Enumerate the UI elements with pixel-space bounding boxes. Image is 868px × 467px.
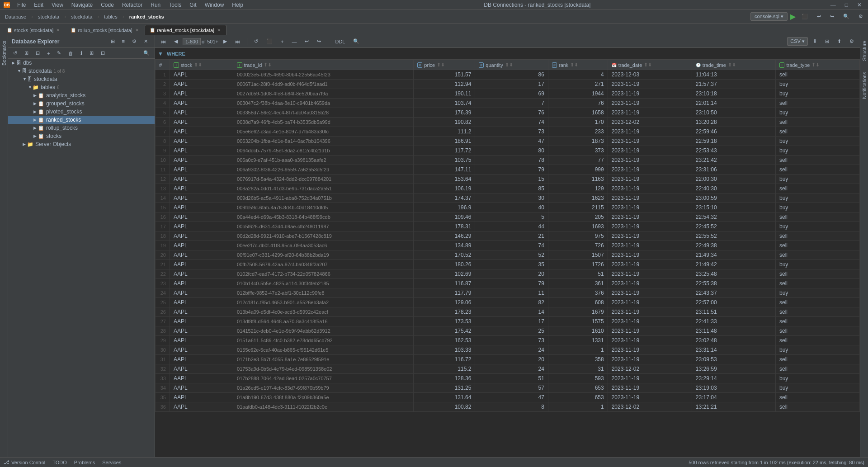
table-row[interactable]: 6 AAPL 0038d7a9-46fb-4cb5-ba74-b3535db5a…	[156, 118, 860, 127]
toolbar-tables[interactable]: tables	[101, 13, 120, 21]
col-header-quantity[interactable]: # quantity ⬆⬇	[475, 60, 548, 70]
delete-row-btn[interactable]: —	[288, 38, 300, 46]
table-row[interactable]: 16 AAPL 00a44ed4-d69a-45b3-8318-64b488f9…	[156, 212, 860, 222]
menu-edit[interactable]: Edit	[30, 1, 47, 9]
menu-file[interactable]: File	[14, 1, 29, 9]
search-data-btn[interactable]: 🔍	[350, 37, 363, 46]
revert-button[interactable]: ↩	[814, 12, 824, 21]
maximize-button[interactable]: □	[842, 2, 851, 8]
sidebar-filter[interactable]: ⊡	[98, 49, 108, 57]
table-row[interactable]: 25 AAPL 012c181c-f85d-4653-b901-a5526eb3…	[156, 298, 860, 307]
download-btn[interactable]: ⬇	[810, 37, 820, 46]
revert-data-btn[interactable]: ↩	[302, 37, 312, 46]
table-row[interactable]: 30 AAPL 0155c62e-5caf-40ae-b865-cf95142d…	[156, 345, 860, 355]
table-row[interactable]: 2 AAPL 000671ac-28f0-4dd9-ad0b-f464d5f1a…	[156, 80, 860, 89]
toolbar-stockdata1[interactable]: stockdata	[35, 13, 62, 21]
bookmarks-panel-label[interactable]: Bookmarks	[0, 37, 8, 69]
menu-help[interactable]: Help	[228, 1, 247, 9]
table-row[interactable]: 28 AAPL 0141521c-deb0-4e1e-9b9f-94abb62d…	[156, 326, 860, 336]
table-row[interactable]: 11 AAPL 006a9302-8f36-4226-9559-7a62a53d…	[156, 165, 860, 175]
submit-data-btn[interactable]: ↪	[314, 37, 324, 46]
col-header-trade_time[interactable]: 🕐 trade_time ⬆⬇	[692, 60, 775, 70]
col-header-trade_date[interactable]: 📅 trade_date ⬆⬇	[608, 60, 692, 70]
table-row[interactable]: 1 AAPL 000023e5-b925-4690-80b4-22556ac45…	[156, 70, 860, 80]
table-container[interactable]: # T stock ⬆⬇ T trade_id	[155, 60, 860, 457]
tab-rollup_stocks[interactable]: 📋 rollup_stocks [stockdata] ✕	[66, 25, 144, 35]
table-row[interactable]: 26 AAPL 013b4a09-d5df-4c0e-acd3-d5992c42…	[156, 307, 860, 317]
menu-refactor[interactable]: Refactor	[118, 1, 146, 9]
table-row[interactable]: 34 AAPL 01a26ed5-e197-4efc-83d7-69f870b5…	[156, 383, 860, 393]
table-row[interactable]: 3 AAPL 0027db59-1d08-4fe8-b84f-8e520baa7…	[156, 89, 860, 99]
table-row[interactable]: 33 AAPL 017b2888-7064-42ad-8ead-0257a0c7…	[156, 374, 860, 383]
table-row[interactable]: 14 AAPL 009d26b5-ac5a-4911-aba8-752d34a0…	[156, 193, 860, 203]
col-header-rank[interactable]: # rank ⬆⬇	[548, 60, 608, 70]
sidebar-expand[interactable]: ⊞	[21, 49, 32, 57]
reload-btn[interactable]: ↺	[251, 37, 261, 46]
add-row-btn[interactable]: +	[278, 38, 287, 46]
nav-last[interactable]: ⏭	[232, 38, 243, 46]
tree-ranked_stocks[interactable]: ▶ 📋 ranked_stocks	[8, 116, 155, 124]
nav-prev[interactable]: ◀	[171, 37, 181, 46]
table-row[interactable]: 18 AAPL 00d2d28d-9921-4910-abe7-b1567428…	[156, 231, 860, 241]
tab-stocks-close[interactable]: ✕	[55, 28, 61, 33]
tree-stockdata1[interactable]: ▼ 🗄 stockdata 1 of 8	[8, 67, 155, 75]
tab-stocks[interactable]: 📋 stocks [stockdata] ✕	[2, 25, 66, 35]
table-row[interactable]: 19 AAPL 00ee2f7c-db0f-41f8-95ca-094aa305…	[156, 241, 860, 250]
table-row[interactable]: 8 AAPL 0063204b-1fba-4d1e-8a14-0ac7bb104…	[156, 137, 860, 146]
menu-window[interactable]: Window	[201, 1, 228, 9]
table-row[interactable]: 29 AAPL 0151a611-5c89-4fc0-b382-e78ddd65…	[156, 336, 860, 345]
tree-pivoted_stocks[interactable]: ▶ 📋 pivoted_stocks	[8, 108, 155, 116]
commit-button[interactable]: ↪	[827, 12, 837, 21]
data-settings-btn[interactable]: ⚙	[846, 37, 857, 46]
menu-navigate[interactable]: Navigate	[68, 1, 96, 9]
sidebar-btn1[interactable]: ⊞	[108, 37, 118, 46]
table-row[interactable]: 24 AAPL 012bfffe-9852-47e2-abf1-30c112c9…	[156, 288, 860, 298]
sidebar-search[interactable]: 🔍	[140, 49, 153, 57]
nav-next[interactable]: ▶	[220, 37, 230, 46]
toolbar-database[interactable]: Database	[2, 13, 29, 21]
sidebar-btn3[interactable]: ⚙	[129, 37, 140, 46]
table-row[interactable]: 13 AAPL 008a282a-0dd1-41d3-be9b-731daca2…	[156, 184, 860, 193]
stop-button[interactable]: ⬛	[798, 12, 811, 21]
col-header-trade_type[interactable]: T trade_type ⬆⬇	[775, 60, 859, 70]
table-row[interactable]: 20 AAPL 00f91e07-c331-4299-af20-64b38b2b…	[156, 250, 860, 260]
sidebar-columns[interactable]: ⊞	[86, 49, 97, 57]
structure-panel-label[interactable]: Structure	[861, 37, 868, 65]
sidebar-properties[interactable]: ℹ	[77, 49, 85, 57]
table-row[interactable]: 7 AAPL 005e6e62-c3ad-4e1e-8097-d7fb483a3…	[156, 127, 860, 137]
tree-analytics_stocks[interactable]: ▶ 📋 analytics_stocks	[8, 91, 155, 99]
toolbar-stockdata2[interactable]: stockdata	[68, 13, 95, 21]
sidebar-close[interactable]: ✕	[141, 37, 151, 46]
tab-ranked_stocks[interactable]: 📋 ranked_stocks [stockdata] ✕	[145, 25, 226, 35]
stop-data-btn[interactable]: ⬛	[263, 37, 276, 46]
table-row[interactable]: 22 AAPL 0102fcd7-ead7-4172-b734-22d05782…	[156, 269, 860, 279]
table-row[interactable]: 5 AAPL 003358d7-56e2-4ec4-8f7f-dc04a0315…	[156, 108, 860, 118]
col-header-trade_id[interactable]: T trade_id ⬆⬇	[233, 60, 414, 70]
upload-btn[interactable]: ⬆	[834, 37, 844, 46]
table-row[interactable]: 12 AAPL 0076917d-5a4a-4324-8dd2-dcc09788…	[156, 175, 860, 184]
tab-ranked-close[interactable]: ✕	[216, 28, 222, 33]
settings-toolbar-btn[interactable]: ⚙	[855, 12, 866, 21]
sidebar-collapse[interactable]: ⊟	[33, 49, 43, 57]
menu-run[interactable]: Run	[147, 1, 164, 9]
close-button[interactable]: ✕	[854, 2, 864, 8]
table-row[interactable]: 17 AAPL 00b5f626-d631-43d4-b9ae-cfb24801…	[156, 222, 860, 231]
table-row[interactable]: 36 AAPL 01aafdb0-a148-4dc3-9111-f1022f2b…	[156, 402, 860, 412]
toolbar-ranked_stocks[interactable]: ranked_stocks	[126, 13, 167, 21]
statusbar-version-control[interactable]: ⎇ Version Control	[4, 459, 45, 465]
table-row[interactable]: 27 AAPL 013df8f8-d564-4648-aa70-8a3c418f…	[156, 317, 860, 326]
table-row[interactable]: 32 AAPL 01753a9d-0b5d-4e79-b4ed-09859135…	[156, 364, 860, 374]
statusbar-todo[interactable]: TODO	[52, 460, 67, 465]
run-button[interactable]: ▶	[790, 12, 796, 21]
col-header-rownum[interactable]: #	[156, 60, 170, 70]
statusbar-problems[interactable]: Problems	[74, 460, 95, 465]
tree-stocks[interactable]: ▶ 📋 stocks	[8, 132, 155, 140]
menu-tools[interactable]: Tools	[165, 1, 185, 9]
sidebar-add[interactable]: +	[44, 49, 53, 57]
page-range-input[interactable]	[183, 38, 201, 45]
search-toolbar-btn[interactable]: 🔍	[840, 12, 853, 21]
notifications-panel-label[interactable]: Notifications	[861, 68, 868, 103]
tree-dbs[interactable]: ▶ 🗄 dbs	[8, 59, 155, 67]
grid-btn[interactable]: ⊞	[822, 37, 832, 46]
tab-rollup-close[interactable]: ✕	[134, 28, 140, 33]
